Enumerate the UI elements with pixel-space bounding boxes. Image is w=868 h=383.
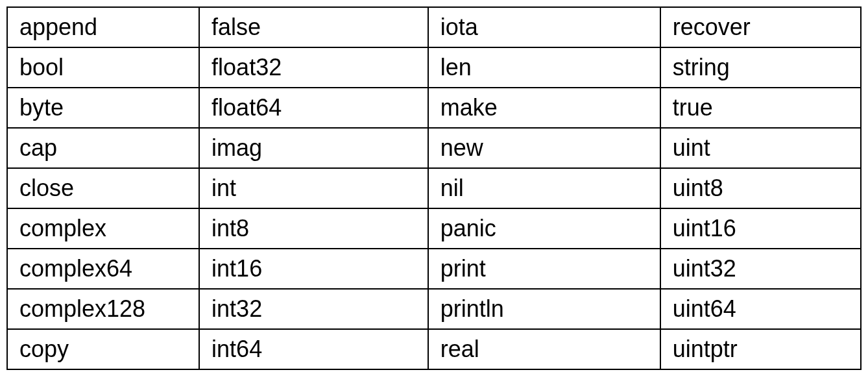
table-cell: byte — [7, 88, 199, 128]
table-cell: int16 — [199, 249, 428, 289]
table-cell: false — [199, 7, 428, 47]
table-cell: panic — [428, 208, 660, 249]
table-cell: new — [428, 128, 660, 168]
table-cell: int64 — [199, 329, 428, 369]
table-cell: complex64 — [7, 249, 199, 289]
table-cell: complex128 — [7, 289, 199, 329]
table-row: byte float64 make true — [7, 88, 861, 128]
table-row: complex int8 panic uint16 — [7, 208, 861, 249]
table-cell: imag — [199, 128, 428, 168]
table-cell: int8 — [199, 208, 428, 249]
table-cell: nil — [428, 168, 660, 208]
table-cell: uint32 — [660, 249, 861, 289]
table-cell: string — [660, 47, 861, 88]
table-cell: recover — [660, 7, 861, 47]
table-cell: int — [199, 168, 428, 208]
table-cell: len — [428, 47, 660, 88]
table-row: append false iota recover — [7, 7, 861, 47]
table-cell: uint64 — [660, 289, 861, 329]
table-cell: complex — [7, 208, 199, 249]
table-cell: make — [428, 88, 660, 128]
table-cell: float32 — [199, 47, 428, 88]
table-cell: uint8 — [660, 168, 861, 208]
table-row: complex64 int16 print uint32 — [7, 249, 861, 289]
table-cell: iota — [428, 7, 660, 47]
table-cell: uint16 — [660, 208, 861, 249]
table-row: complex128 int32 println uint64 — [7, 289, 861, 329]
table-cell: cap — [7, 128, 199, 168]
table-cell: real — [428, 329, 660, 369]
table-cell: uint — [660, 128, 861, 168]
table-row: cap imag new uint — [7, 128, 861, 168]
table-cell: print — [428, 249, 660, 289]
table-cell: true — [660, 88, 861, 128]
table-cell: close — [7, 168, 199, 208]
table-row: bool float32 len string — [7, 47, 861, 88]
table-cell: append — [7, 7, 199, 47]
table-cell: float64 — [199, 88, 428, 128]
table-row: close int nil uint8 — [7, 168, 861, 208]
table-cell: bool — [7, 47, 199, 88]
table-row: copy int64 real uintptr — [7, 329, 861, 369]
table-cell: int32 — [199, 289, 428, 329]
table-cell: println — [428, 289, 660, 329]
table-cell: uintptr — [660, 329, 861, 369]
table-cell: copy — [7, 329, 199, 369]
identifiers-table: append false iota recover bool float32 l… — [6, 6, 862, 370]
